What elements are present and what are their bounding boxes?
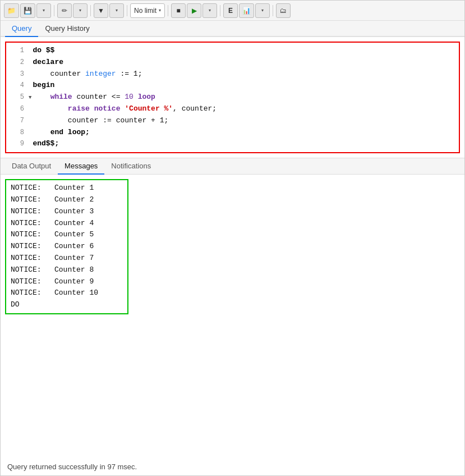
filter-dropdown-btn[interactable]: ▾: [109, 3, 124, 18]
code-line-6: 6 ▼ raise notice 'Counter %', counter;: [6, 103, 459, 115]
bottom-tabs: Data Output Messages Notifications: [1, 158, 464, 175]
pencil-btn[interactable]: ✏: [57, 3, 72, 18]
code-line-2: 2 ▼ declare: [6, 57, 459, 68]
output-area: NOTICE: Counter 1 NOTICE: Counter 2 NOTI…: [1, 175, 464, 458]
run-dropdown-btn[interactable]: ▾: [202, 3, 217, 18]
save-icon: 💾: [24, 7, 32, 15]
chevron-down-icon-2: ▾: [79, 8, 81, 13]
folder-icon: 📁: [7, 7, 16, 15]
app-window: 📁 💾 ▾ ✏ ▾ ▼ ▾ No limit ▾ ■ ▶: [0, 0, 465, 476]
code-line-5: 5 ▼ while counter <= 10 loop: [6, 91, 459, 103]
explain-icon: E: [228, 7, 233, 15]
save-dropdown-btn[interactable]: ▾: [36, 3, 51, 18]
limit-label: No limit: [134, 7, 156, 15]
chevron-down-icon-4: ▾: [209, 8, 211, 13]
limit-dropdown[interactable]: No limit ▾: [130, 3, 165, 18]
code-line-8: 8 ▼ end loop;: [6, 127, 459, 139]
code-line-9: 9 ▼ end$$;: [6, 138, 459, 150]
toolbar: 📁 💾 ▾ ✏ ▾ ▼ ▾ No limit ▾ ■ ▶: [1, 1, 464, 21]
code-line-4: 4 ▼ begin: [6, 80, 459, 91]
tab-messages[interactable]: Messages: [58, 158, 104, 175]
code-line-1: 1 ▼ do $$: [6, 45, 459, 57]
output-line-3: NOTICE: Counter 3: [11, 206, 123, 218]
chart-icon: 📊: [242, 7, 251, 15]
chart-dropdown-btn[interactable]: ▾: [255, 3, 270, 18]
code-editor[interactable]: 1 ▼ do $$ 2 ▼ declare 3 ▼ counter intege…: [5, 42, 460, 153]
tab-data-output[interactable]: Data Output: [5, 158, 58, 175]
tab-query-history[interactable]: Query History: [38, 21, 96, 37]
output-line-10: NOTICE: Counter 10: [11, 287, 123, 299]
filter-btn[interactable]: ▼: [94, 3, 108, 18]
save-btn[interactable]: 💾: [20, 3, 35, 18]
output-line-9: NOTICE: Counter 9: [11, 276, 123, 288]
separator-4: [168, 5, 168, 16]
limit-chevron-icon: ▾: [159, 8, 161, 13]
run-btn[interactable]: ▶: [187, 3, 201, 18]
stop-icon: ■: [176, 7, 180, 15]
separator-2: [90, 5, 91, 16]
output-line-do: DO: [11, 299, 123, 311]
tab-notifications[interactable]: Notifications: [104, 158, 158, 175]
code-line-3: 3 ▼ counter integer := 1;: [6, 68, 459, 80]
top-tabs: Query Query History: [1, 21, 464, 37]
output-line-7: NOTICE: Counter 7: [11, 253, 123, 264]
separator-5: [220, 5, 220, 16]
output-line-5: NOTICE: Counter 5: [11, 229, 123, 241]
run-icon: ▶: [192, 7, 197, 15]
chevron-down-icon-3: ▾: [116, 8, 118, 13]
output-line-4: NOTICE: Counter 4: [11, 218, 123, 230]
code-line-7: 7 ▼ counter := counter + 1;: [6, 115, 459, 127]
pencil-dropdown-btn[interactable]: ▾: [73, 3, 88, 18]
status-bar: Query returned successfully in 97 msec.: [1, 458, 464, 475]
pencil-icon: ✏: [62, 7, 67, 15]
status-text: Query returned successfully in 97 msec.: [7, 463, 137, 471]
output-line-1: NOTICE: Counter 1: [11, 182, 123, 194]
separator-6: [273, 5, 273, 16]
output-box: NOTICE: Counter 1 NOTICE: Counter 2 NOTI…: [5, 179, 128, 314]
explain-btn[interactable]: E: [223, 3, 238, 18]
output-line-2: NOTICE: Counter 2: [11, 194, 123, 206]
macros-btn[interactable]: 🗂: [276, 3, 291, 18]
output-line-8: NOTICE: Counter 8: [11, 264, 123, 276]
separator-3: [127, 5, 127, 16]
separator-1: [54, 5, 54, 16]
chart-btn[interactable]: 📊: [239, 3, 254, 18]
tab-query[interactable]: Query: [5, 21, 38, 37]
editor-area: 1 ▼ do $$ 2 ▼ declare 3 ▼ counter intege…: [1, 37, 464, 158]
stop-btn[interactable]: ■: [171, 3, 186, 18]
macros-icon: 🗂: [280, 7, 287, 15]
filter-icon: ▼: [98, 7, 104, 15]
chevron-down-icon: ▾: [43, 8, 45, 13]
folder-btn[interactable]: 📁: [4, 3, 19, 18]
chevron-down-icon-5: ▾: [261, 8, 264, 13]
output-line-6: NOTICE: Counter 6: [11, 241, 123, 253]
